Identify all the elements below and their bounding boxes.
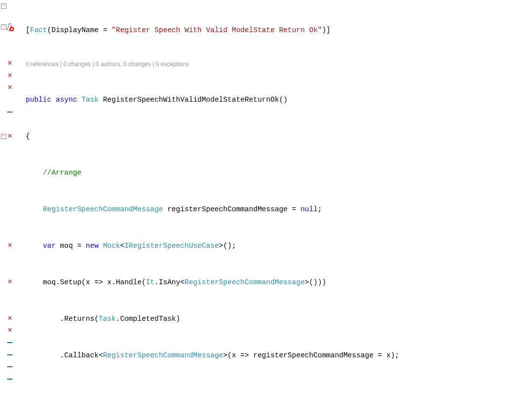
- code-editor[interactable]: ✕ ✕ ✕ — ✕ ✕ ✕ ✕ ✕ — — — — [Fact(DisplayN…: [0, 0, 527, 420]
- breakpoint-x-icon[interactable]: ✕: [7, 239, 12, 252]
- gutter-line: [0, 154, 20, 167]
- code-line[interactable]: {: [20, 130, 527, 143]
- gutter-line: ✕: [0, 312, 20, 325]
- breakpoint-x-icon[interactable]: ✕: [7, 69, 12, 82]
- gutter-line: [0, 33, 20, 45]
- gutter-line: [0, 264, 20, 276]
- code-line[interactable]: public async Task RegisterSpeechWithVali…: [20, 94, 527, 106]
- codelens[interactable]: 0 references | 0 changes | 0 authors, 0 …: [20, 61, 527, 70]
- gutter-line: [0, 300, 20, 312]
- gutter-line: [0, 0, 20, 12]
- gutter-line: [0, 143, 20, 155]
- gutter-line: [0, 215, 20, 228]
- code-line[interactable]: RegisterSpeechCommandMessage registerSpe…: [20, 203, 527, 216]
- gutter-line: ✕: [0, 239, 20, 252]
- code-line[interactable]: moq.Setup(x => x.Handle(It.IsAny<Registe…: [20, 276, 527, 289]
- gutter-line: [0, 118, 20, 130]
- collapse-toggle-icon[interactable]: [1, 134, 6, 139]
- gutter-line: [0, 228, 20, 240]
- gutter-line: [0, 45, 20, 58]
- breakpoint-x-icon[interactable]: ✕: [7, 130, 12, 143]
- gutter: ✕ ✕ ✕ — ✕ ✕ ✕ ✕ ✕ — — — —: [0, 0, 20, 420]
- gutter-line: —: [0, 106, 20, 118]
- collapse-toggle-icon[interactable]: [1, 3, 6, 9]
- test-flask-icon[interactable]: [6, 23, 14, 31]
- code-line[interactable]: //Arrange: [20, 167, 527, 179]
- breakpoint-dash-icon[interactable]: —: [7, 372, 13, 387]
- gutter-line: [0, 191, 20, 203]
- gutter-line: ✕: [0, 130, 20, 143]
- gutter-codelens-spacer: [0, 12, 20, 21]
- breakpoint-x-icon[interactable]: ✕: [7, 275, 12, 289]
- breakpoint-x-icon[interactable]: ✕: [7, 312, 12, 325]
- code-line[interactable]: [Fact(DisplayName = "Register Speech Wit…: [20, 24, 527, 37]
- code-line[interactable]: var moq = new Mock<IRegisterSpeechUseCas…: [20, 240, 527, 252]
- gutter-line: [0, 179, 20, 191]
- gutter-line: [0, 21, 20, 34]
- gutter-line: [0, 252, 20, 264]
- code-line[interactable]: [20, 385, 527, 398]
- breakpoint-x-icon[interactable]: ✕: [7, 57, 12, 70]
- code-line[interactable]: .Returns(Task.CompletedTask): [20, 313, 527, 325]
- breakpoint-x-icon[interactable]: ✕: [7, 81, 12, 94]
- gutter-line: [0, 203, 20, 216]
- breakpoint-dash-icon[interactable]: —: [7, 105, 13, 120]
- gutter-line: [0, 167, 20, 179]
- gutter-line: ✕: [0, 70, 20, 82]
- gutter-line: ✕: [0, 57, 20, 70]
- gutter-line: ✕: [0, 82, 20, 94]
- code-line[interactable]: .Callback<RegisterSpeechCommandMessage>(…: [20, 349, 527, 362]
- code-area[interactable]: [Fact(DisplayName = "Register Speech Wit…: [20, 0, 527, 420]
- gutter-line: [0, 288, 20, 301]
- gutter-line: [0, 385, 20, 397]
- gutter-line: ✕: [0, 276, 20, 288]
- gutter-line: —: [0, 373, 20, 385]
